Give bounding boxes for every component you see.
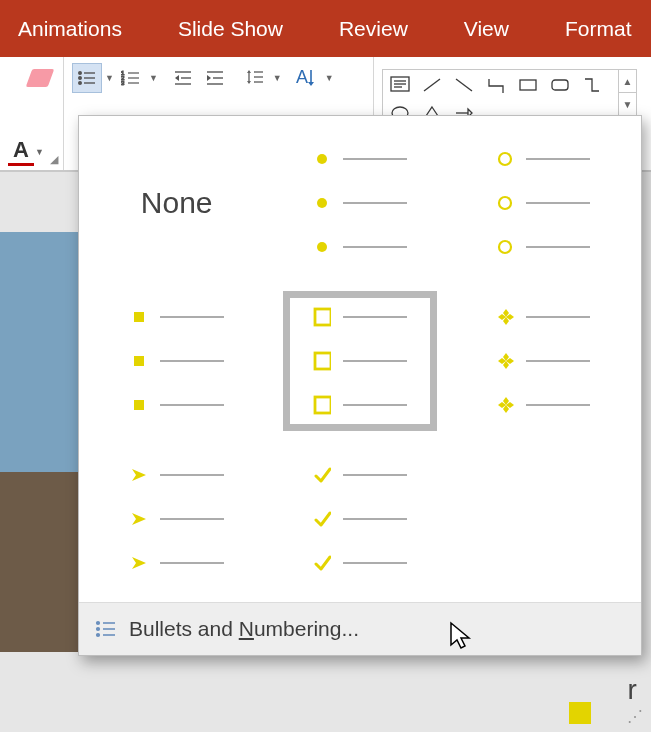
tab-view[interactable]: View xyxy=(446,0,527,57)
shape-line-icon[interactable] xyxy=(419,74,445,96)
preview-line xyxy=(160,474,224,476)
shape-textbox-icon[interactable] xyxy=(387,74,413,96)
dialog-launcher-icon[interactable]: ◢ xyxy=(50,153,58,166)
four-diamond-icon xyxy=(496,396,514,414)
bullet-option-hollow-round[interactable] xyxy=(472,138,615,268)
shape-rect-icon[interactable] xyxy=(515,74,541,96)
font-group-partial: A ▼ ◢ xyxy=(0,57,64,170)
scroll-up-icon[interactable]: ▲ xyxy=(619,70,636,93)
eraser-icon xyxy=(26,69,55,87)
preview-line xyxy=(526,202,590,204)
hollow-round-icon xyxy=(496,194,514,212)
shape-connector-icon[interactable] xyxy=(483,74,509,96)
preview-line xyxy=(526,360,590,362)
chevron-down-icon[interactable]: ▼ xyxy=(105,73,114,83)
preview-line xyxy=(343,518,407,520)
svg-point-2 xyxy=(79,77,82,80)
bullet-option-four-diamond[interactable] xyxy=(472,296,615,426)
preview-line xyxy=(343,158,407,160)
svg-marker-15 xyxy=(175,75,179,81)
arrowhead-icon xyxy=(130,554,148,572)
arrowhead-icon xyxy=(130,510,148,528)
chevron-down-icon[interactable]: ▼ xyxy=(149,73,158,83)
filled-round-icon xyxy=(313,150,331,168)
preview-line xyxy=(343,360,407,362)
four-diamond-icon xyxy=(496,308,514,326)
svg-point-41 xyxy=(317,154,327,164)
bullet-option-hollow-square[interactable] xyxy=(288,296,431,426)
preview-line xyxy=(160,316,224,318)
svg-rect-52 xyxy=(315,397,331,413)
bullet-option-checkmark[interactable] xyxy=(288,454,431,584)
preview-line xyxy=(160,404,224,406)
cursor-icon xyxy=(449,621,475,651)
shape-connector2-icon[interactable] xyxy=(579,74,605,96)
footer-text-rest: umbering... xyxy=(254,617,359,640)
four-diamond-icon xyxy=(496,352,514,370)
shape-line2-icon[interactable] xyxy=(451,74,477,96)
svg-marker-28 xyxy=(308,82,314,86)
scroll-down-icon[interactable]: ▼ xyxy=(619,93,636,116)
arrowhead-icon xyxy=(130,466,148,484)
bullet-list-icon xyxy=(95,619,117,639)
preview-line xyxy=(343,202,407,204)
svg-rect-36 xyxy=(552,80,568,90)
checkmark-icon xyxy=(313,554,331,572)
svg-line-33 xyxy=(424,79,440,91)
svg-point-46 xyxy=(499,241,511,253)
preview-line xyxy=(526,246,590,248)
bullet-swatch-icon xyxy=(569,702,591,724)
footer-text-accel: N xyxy=(239,617,254,640)
filled-round-icon xyxy=(313,238,331,256)
tab-slideshow[interactable]: Slide Show xyxy=(160,0,301,57)
svg-point-43 xyxy=(317,242,327,252)
preview-line xyxy=(343,246,407,248)
bullet-option-filled-square[interactable] xyxy=(105,296,248,426)
svg-marker-65 xyxy=(132,469,146,481)
ribbon-tabs: Animations Slide Show Review View Format xyxy=(0,0,651,57)
text-direction-button[interactable]: A xyxy=(292,63,322,93)
bullets-button[interactable] xyxy=(72,63,102,93)
tab-format[interactable]: Format xyxy=(547,0,650,57)
preview-line xyxy=(526,404,590,406)
clear-formatting-button[interactable] xyxy=(25,63,55,93)
svg-point-0 xyxy=(79,72,82,75)
bullet-option-filled-round[interactable] xyxy=(288,138,431,268)
svg-rect-49 xyxy=(134,400,144,410)
svg-marker-67 xyxy=(132,557,146,569)
filled-round-icon xyxy=(313,194,331,212)
svg-marker-19 xyxy=(207,75,211,81)
preview-line xyxy=(160,518,224,520)
hollow-square-icon xyxy=(313,396,331,414)
checkmark-icon xyxy=(313,510,331,528)
chevron-down-icon: ▼ xyxy=(35,147,44,157)
chevron-down-icon[interactable]: ▼ xyxy=(325,73,334,83)
increase-indent-button[interactable] xyxy=(200,63,230,93)
bullet-option-blank[interactable] xyxy=(472,454,615,584)
svg-rect-48 xyxy=(134,356,144,366)
preview-line xyxy=(160,360,224,362)
svg-rect-47 xyxy=(134,312,144,322)
font-color-swatch xyxy=(8,163,34,166)
bullet-gallery-menu: None Bullets and Numbering... xyxy=(78,115,642,656)
numbering-button[interactable]: 123 xyxy=(116,63,146,93)
bullet-option-arrowhead[interactable] xyxy=(105,454,248,584)
chevron-down-icon[interactable]: ▼ xyxy=(273,73,282,83)
svg-text:A: A xyxy=(296,67,308,87)
preview-line xyxy=(526,316,590,318)
font-color-button[interactable]: A ▼ xyxy=(8,137,44,166)
footer-text-prefix: Bullets and xyxy=(129,617,239,640)
line-spacing-button[interactable] xyxy=(240,63,270,93)
bullets-and-numbering-menuitem[interactable]: Bullets and Numbering... xyxy=(79,602,641,655)
svg-point-72 xyxy=(97,634,100,637)
decrease-indent-button[interactable] xyxy=(168,63,198,93)
resize-handle-icon: ⋰ xyxy=(627,707,645,726)
bullet-option-none[interactable]: None xyxy=(105,138,248,268)
preview-line xyxy=(343,562,407,564)
tab-animations[interactable]: Animations xyxy=(0,0,140,57)
svg-marker-25 xyxy=(247,81,251,84)
tab-review[interactable]: Review xyxy=(321,0,426,57)
svg-marker-24 xyxy=(247,70,251,73)
shape-roundrect-icon[interactable] xyxy=(547,74,573,96)
preview-line xyxy=(343,474,407,476)
